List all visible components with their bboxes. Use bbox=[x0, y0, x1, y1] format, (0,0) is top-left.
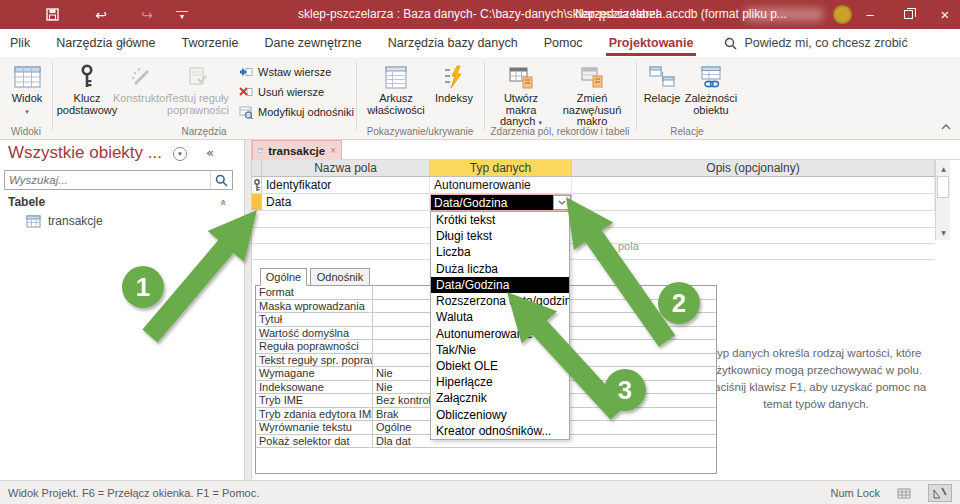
tab-pomoc[interactable]: Pomoc bbox=[531, 29, 596, 57]
row-selector-identyfikator[interactable] bbox=[252, 177, 262, 194]
delete-row-icon bbox=[239, 86, 253, 98]
minimize-button[interactable]: – bbox=[855, 0, 885, 29]
document-tab-transakcje[interactable]: transakcje × bbox=[252, 140, 342, 160]
wand-icon bbox=[130, 61, 152, 93]
dropdown-item[interactable]: Liczba bbox=[431, 244, 569, 260]
dropdown-item[interactable]: Hiperłącze bbox=[431, 374, 569, 390]
tab-tworzenie[interactable]: Tworzenie bbox=[169, 29, 252, 57]
navigation-pane: Wszystkie obiekty ... ▾ « Tabele « trans… bbox=[0, 140, 244, 480]
chevron-down-icon: ▾ bbox=[25, 108, 29, 116]
grid-corner-cell[interactable] bbox=[252, 160, 262, 177]
tab-projektowanie[interactable]: Projektowanie bbox=[596, 29, 707, 57]
search-button[interactable] bbox=[210, 171, 232, 189]
field-type-combo[interactable]: Data/Godzina bbox=[430, 194, 572, 211]
widok-button[interactable]: Widok▾ bbox=[6, 61, 48, 118]
field-desc-cell[interactable] bbox=[572, 194, 935, 211]
title-bar: ↩ ↪ ▾ sklep-pszczelarza : Baza danych- C… bbox=[0, 0, 960, 29]
design-view-button[interactable] bbox=[928, 484, 952, 502]
dropdown-item[interactable]: Waluta bbox=[431, 309, 569, 325]
dropdown-item[interactable]: Rozszerzona data/godzina bbox=[431, 293, 569, 309]
relationships-button[interactable]: Relacje bbox=[640, 61, 684, 105]
dropdown-item[interactable]: Długi tekst bbox=[431, 228, 569, 244]
insert-rows-button[interactable]: Wstaw wiersze bbox=[239, 63, 331, 81]
undo-button[interactable]: ↩ bbox=[90, 4, 112, 25]
dropdown-item[interactable]: Duża liczba bbox=[431, 261, 569, 277]
scrollbar-thumb[interactable] bbox=[937, 176, 949, 198]
nav-menu-button[interactable]: ▾ bbox=[173, 147, 187, 161]
save-button[interactable] bbox=[41, 4, 63, 25]
dropdown-item[interactable]: Autonumerowanie bbox=[431, 326, 569, 342]
redo-button[interactable]: ↪ bbox=[136, 4, 158, 25]
row-selector-data[interactable] bbox=[252, 194, 262, 211]
group-label-narzedzia: Narzędzia bbox=[52, 126, 356, 137]
close-button[interactable]: × bbox=[930, 0, 960, 29]
create-data-macros-button[interactable]: Utwórz makra danych ▾ bbox=[490, 61, 552, 130]
field-desc-cell[interactable] bbox=[572, 177, 935, 194]
test-validation-label: Testuj reguły poprawności bbox=[164, 93, 232, 116]
modify-lookups-button[interactable]: Modyfikuj odnośniki bbox=[239, 103, 354, 121]
group-label-widoki: Widoki bbox=[0, 126, 52, 137]
tab-plik[interactable]: Plik bbox=[0, 29, 43, 57]
tab-close-icon[interactable]: × bbox=[330, 145, 336, 156]
tab-ogolne[interactable]: Ogólne bbox=[260, 268, 307, 286]
property-label: Tytuł bbox=[256, 313, 373, 326]
scroll-up-button[interactable]: ▲ bbox=[936, 160, 951, 176]
property-sheet-button[interactable]: Arkusz właściwości bbox=[364, 61, 428, 116]
avatar[interactable] bbox=[833, 5, 852, 24]
search-input[interactable] bbox=[5, 174, 210, 186]
table-icon bbox=[26, 215, 41, 228]
delete-rows-button[interactable]: Usuń wiersze bbox=[239, 83, 324, 101]
tab-narzedzia-glowne[interactable]: Narzędzia główne bbox=[43, 29, 168, 57]
column-header-nazwa-pola[interactable]: Nazwa pola bbox=[262, 160, 430, 177]
tell-me-box[interactable]: Powiedz mi, co chcesz zrobić bbox=[724, 36, 907, 50]
collapse-ribbon-button[interactable] bbox=[940, 117, 952, 135]
vertical-scrollbar[interactable]: ▲ ▼ bbox=[935, 160, 950, 240]
shutter-bar-button[interactable]: « bbox=[206, 145, 214, 160]
dropdown-item[interactable]: Krótki tekst bbox=[431, 212, 569, 228]
chevron-up-icon bbox=[940, 123, 952, 131]
nav-pane-title[interactable]: Wszystkie obiekty ... bbox=[8, 143, 162, 163]
data-type-dropdown: Krótki tekst Długi tekst Liczba Duża lic… bbox=[430, 211, 570, 440]
combo-selected-value: Data/Godzina bbox=[431, 195, 553, 210]
tab-odnosnik[interactable]: Odnośnik bbox=[310, 268, 370, 286]
customize-qat-button[interactable]: ▾ bbox=[176, 11, 188, 21]
property-label: Wyrównanie tekstu bbox=[256, 421, 373, 434]
pane-splitter[interactable] bbox=[244, 140, 252, 480]
grid-line bbox=[252, 259, 935, 260]
object-dependencies-button[interactable]: Zależności obiektu bbox=[684, 61, 738, 116]
datasheet-view-button[interactable] bbox=[892, 484, 916, 502]
tab-narzedzia-bazy-danych[interactable]: Narzędzia bazy danych bbox=[375, 29, 531, 57]
property-label: Pokaż selektor dat bbox=[256, 435, 373, 448]
property-label: Reguła poprawności bbox=[256, 340, 373, 353]
dropdown-item[interactable]: Obiekt OLE bbox=[431, 358, 569, 374]
primary-key-button[interactable]: Klucz podstawowy bbox=[58, 61, 116, 116]
dropdown-item[interactable]: Kreator odnośników... bbox=[431, 423, 569, 439]
chevron-down-icon: ▾ bbox=[178, 150, 182, 158]
dropdown-item[interactable]: Obliczeniowy bbox=[431, 407, 569, 423]
design-view-icon bbox=[933, 487, 947, 499]
scroll-down-button[interactable]: ▼ bbox=[936, 224, 951, 240]
dropdown-item[interactable]: Załącznik bbox=[431, 390, 569, 406]
indexes-button[interactable]: Indeksy bbox=[430, 61, 478, 105]
restore-button[interactable] bbox=[893, 0, 923, 29]
dropdown-item[interactable]: Tak/Nie bbox=[431, 342, 569, 358]
tab-dane-zewnetrzne[interactable]: Dane zewnętrzne bbox=[252, 29, 375, 57]
field-name-cell[interactable]: Data bbox=[262, 194, 430, 211]
field-name-cell[interactable]: Identyfikator bbox=[262, 177, 430, 194]
property-label: Format bbox=[256, 286, 373, 299]
column-header-typ-danych[interactable]: Typ danych bbox=[430, 160, 572, 177]
indexes-label: Indeksy bbox=[435, 93, 473, 105]
property-sheet-icon bbox=[384, 61, 408, 93]
rename-delete-macro-button[interactable]: Zmień nazwę/usuń makro bbox=[552, 61, 632, 128]
dropdown-item-selected[interactable]: Data/Godzina bbox=[431, 277, 569, 293]
field-type-cell[interactable]: Autonumerowanie bbox=[430, 177, 572, 194]
group-label-zdarzenia: Zdarzenia pól, rekordów i tabeli bbox=[484, 126, 636, 137]
nav-item-transakcje[interactable]: transakcje bbox=[0, 212, 244, 230]
column-header-opis[interactable]: Opis (opcjonalny) bbox=[572, 160, 935, 177]
chevron-down-icon: ▾ bbox=[180, 12, 184, 21]
collapse-group-icon: « bbox=[217, 199, 230, 206]
combo-dropdown-button[interactable] bbox=[553, 195, 571, 210]
clipped-help-text: pola bbox=[618, 240, 639, 252]
grid-line bbox=[252, 243, 935, 244]
nav-group-tabele[interactable]: Tabele « bbox=[0, 193, 244, 211]
